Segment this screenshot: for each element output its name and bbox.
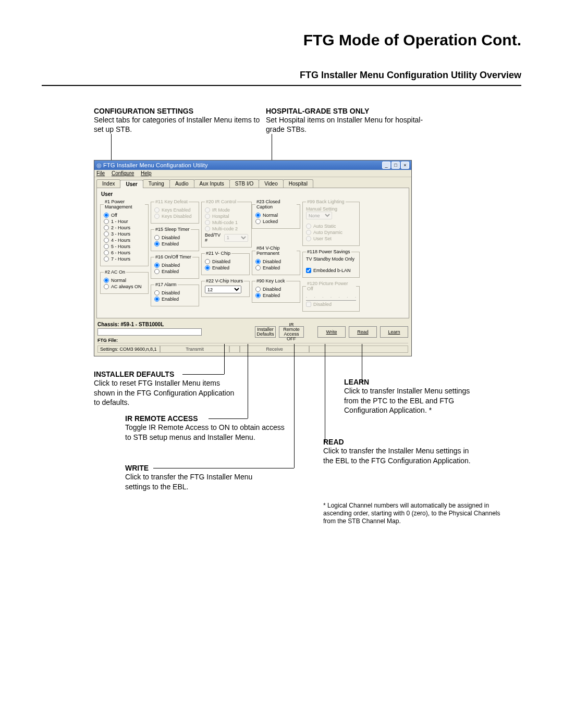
- radio-st-enabled[interactable]: [154, 241, 160, 246]
- section-label: User: [101, 191, 406, 197]
- radio-ir-hospital: [205, 214, 210, 219]
- radio-bl-auto-static: [306, 224, 311, 229]
- radio-kl-enabled[interactable]: [255, 293, 261, 298]
- radio-pm-5h[interactable]: [104, 244, 109, 249]
- radio-label: Keys Enabled: [162, 207, 191, 213]
- radio-ac-always[interactable]: [104, 284, 109, 289]
- radio-ir-mc1: [205, 220, 210, 225]
- titlebar: ◎ FTG Installer Menu Configuration Utili…: [94, 161, 411, 170]
- radio-label: User Set: [313, 236, 332, 241]
- app-icon: ◎: [96, 162, 102, 169]
- tab-index[interactable]: Index: [96, 179, 120, 188]
- leader-line: [294, 344, 295, 468]
- radio-vc-enabled[interactable]: [205, 265, 210, 270]
- tab-user[interactable]: User: [120, 180, 143, 188]
- group-legend: #17 Alarm: [154, 282, 178, 287]
- radio-pm-off[interactable]: [104, 213, 109, 218]
- group-legend: #99 Back Lighting: [306, 199, 346, 204]
- radio-pm-2h[interactable]: [104, 225, 109, 230]
- chassis-input[interactable]: [97, 328, 202, 336]
- tab-audio[interactable]: Audio: [169, 179, 194, 188]
- group-alarm: #17 Alarm Disabled Enabled: [151, 282, 199, 306]
- doc-subtitle: FTG Installer Menu Configuration Utility…: [42, 70, 521, 81]
- maximize-button[interactable]: □: [391, 162, 400, 169]
- vchip-hours-select[interactable]: 12: [205, 286, 241, 293]
- group-legend: #118 Power Savings: [306, 249, 351, 254]
- menu-help[interactable]: Help: [141, 170, 152, 176]
- menu-file[interactable]: File: [96, 170, 105, 176]
- learn-button[interactable]: Learn: [380, 326, 408, 338]
- group-power-management: #1 Power Management Off 1 - Hour 2 - Hou…: [100, 199, 149, 266]
- radio-label: Hospital: [212, 214, 229, 219]
- radio-vc-disabled[interactable]: [205, 259, 210, 264]
- group-vchip-hours: #22 V-Chip Hours 12: [201, 278, 250, 297]
- tab-video[interactable]: Video: [259, 179, 283, 188]
- chk-embedded-blan[interactable]: [306, 268, 311, 273]
- radio-pm-3h[interactable]: [104, 231, 109, 237]
- radio-st-disabled[interactable]: [154, 235, 160, 240]
- bed-tv-label: Bed/TV #: [205, 232, 223, 243]
- manual-setting-label: Manual Setting: [306, 206, 356, 212]
- tab-tuning[interactable]: Tuning: [143, 179, 170, 188]
- tab-hospital[interactable]: Hospital: [283, 179, 313, 188]
- radio-label: 3 - Hours: [111, 231, 130, 237]
- radio-pm-1h[interactable]: [104, 219, 109, 224]
- radio-oo-enabled[interactable]: [154, 269, 160, 274]
- radio-ac-normal[interactable]: [104, 278, 109, 283]
- chk-label: Disabled: [313, 302, 332, 307]
- annot-installer-defaults-txt: Click to reset FTG Installer Menu items …: [94, 378, 240, 407]
- radio-oo-disabled[interactable]: [154, 263, 160, 268]
- group-legend: #1 Power Management: [104, 199, 145, 209]
- chk-ppo-disabled: [306, 302, 311, 307]
- minimize-button[interactable]: _: [382, 162, 390, 169]
- write-button[interactable]: Write: [317, 326, 346, 338]
- radio-pm-4h[interactable]: [104, 238, 109, 243]
- annot-hospital-hdg: HOSPITAL-GRADE STB ONLY: [266, 107, 438, 115]
- radio-cc-normal[interactable]: [255, 213, 261, 218]
- group-legend: #11 Key Defeat: [154, 199, 189, 204]
- radio-al-disabled[interactable]: [154, 290, 160, 295]
- group-legend: #84 V-Chip Permanent: [255, 245, 297, 256]
- slider-picture-power: ·······: [306, 295, 356, 301]
- installer-defaults-button[interactable]: Installer Defaults: [255, 326, 276, 338]
- group-ir-control: #20 IR Control IR Mode Hospital Multi-co…: [201, 199, 252, 248]
- menu-configure[interactable]: Configure: [112, 170, 134, 176]
- group-sleep-timer: #15 Sleep Timer Disabled Enabled: [151, 227, 199, 251]
- tab-stb-io[interactable]: STB I/O: [229, 179, 260, 188]
- annot-ir-hdg: IR REMOTE ACCESS: [125, 414, 198, 423]
- radio-cc-locked[interactable]: [255, 219, 261, 224]
- window-title: FTG Installer Menu Configuration Utility: [103, 162, 381, 168]
- radio-label: Enabled: [263, 293, 280, 298]
- group-vchip: #21 V- Chip Disabled Enabled: [201, 251, 250, 275]
- annot-learn-hdg: LEARN: [344, 378, 369, 386]
- group-legend: #120 Picture Power Off: [306, 281, 356, 291]
- bed-tv-select: 1: [224, 234, 248, 242]
- radio-label: Disabled: [162, 263, 180, 268]
- ir-remote-access-button[interactable]: IR Remote Access OFF: [279, 326, 304, 338]
- doc-title: FTG Mode of Operation Cont.: [42, 31, 521, 49]
- radio-label: Enabled: [162, 241, 179, 246]
- radio-label: Disabled: [162, 290, 180, 295]
- radio-vcp-disabled[interactable]: [255, 259, 261, 264]
- radio-pm-6h[interactable]: [104, 250, 109, 255]
- read-button[interactable]: Read: [349, 326, 377, 338]
- annot-config-hdg: CONFIGURATION SETTINGS: [94, 107, 266, 115]
- annot-learn-txt: Click to transfer Installer Menu setting…: [344, 386, 485, 415]
- tab-aux-inputs[interactable]: Aux Inputs: [194, 179, 230, 188]
- radio-vcp-enabled[interactable]: [255, 265, 261, 270]
- annot-config-txt: Select tabs for categories of Installer …: [94, 115, 266, 134]
- radio-label: Multi-code 1: [212, 220, 238, 225]
- group-ac-on: #2 AC On Normal AC always ON: [100, 269, 149, 294]
- backlight-select: None: [306, 212, 332, 219]
- annot-read-hdg: READ: [323, 438, 344, 446]
- radio-kl-disabled[interactable]: [255, 287, 261, 292]
- radio-pm-7h[interactable]: [104, 256, 109, 262]
- chassis-label: Chassis: #59-1 - STB1000L: [97, 322, 164, 327]
- close-button[interactable]: ×: [401, 162, 409, 169]
- radio-al-enabled[interactable]: [154, 297, 160, 302]
- radio-label: Locked: [263, 219, 278, 224]
- radio-label: Disabled: [263, 259, 281, 264]
- radio-keys-disabled: [154, 214, 160, 219]
- chk-label: Embedded b-LAN: [313, 268, 351, 273]
- group-legend: #21 V- Chip: [205, 251, 231, 256]
